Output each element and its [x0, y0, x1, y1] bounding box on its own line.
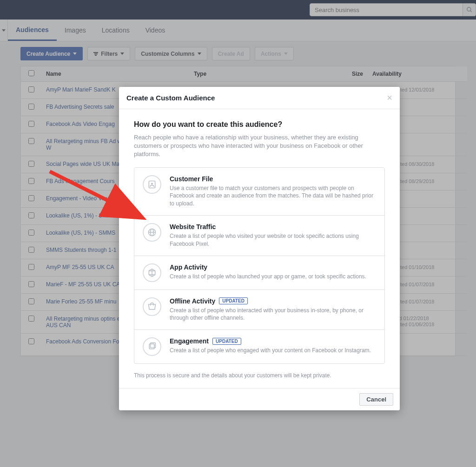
modal-subdesc: Reach people who have a relationship wit…: [134, 133, 385, 159]
website-traffic-icon: [143, 223, 161, 242]
option-desc: Create a list of people who engaged with…: [170, 347, 371, 355]
option-text: Offline ActivityUPDATEDCreate a list of …: [170, 297, 376, 322]
option-desc: Create a list of people who interacted w…: [170, 307, 376, 322]
option-title: Customer File: [170, 175, 213, 183]
modal-title: Create a Custom Audience: [126, 94, 215, 102]
option-engagement[interactable]: EngagementUPDATEDCreate a list of people…: [134, 330, 384, 363]
option-title: App Activity: [170, 263, 207, 271]
modal-headline: How do you want to create this audience?: [134, 120, 385, 129]
svg-rect-7: [149, 344, 154, 349]
secure-note: This process is secure and the details a…: [134, 372, 385, 379]
offline-activity-icon: [143, 297, 161, 316]
close-icon[interactable]: ×: [387, 92, 392, 103]
option-title: Website Traffic: [170, 223, 216, 230]
option-offline-activity[interactable]: Offline ActivityUPDATEDCreate a list of …: [134, 290, 384, 330]
option-text: EngagementUPDATEDCreate a list of people…: [170, 337, 371, 356]
app-activity-icon: [143, 263, 161, 282]
updated-badge: UPDATED: [212, 338, 241, 345]
option-text: Website TrafficCreate a list of people w…: [170, 223, 376, 248]
svg-rect-8: [151, 343, 156, 348]
option-title: Offline Activity: [170, 297, 215, 305]
option-desc: Create a list of people who launched you…: [170, 273, 366, 281]
option-customer-file[interactable]: Customer FileUse a customer file to matc…: [134, 168, 384, 216]
modal-body: How do you want to create this audience?…: [119, 109, 400, 388]
engagement-icon: [143, 337, 161, 356]
option-text: App ActivityCreate a list of people who …: [170, 263, 366, 282]
option-text: Customer FileUse a customer file to matc…: [170, 175, 376, 208]
cancel-button[interactable]: Cancel: [359, 393, 393, 406]
modal-header: Create a Custom Audience ×: [119, 87, 400, 109]
option-desc: Create a list of people who visited your…: [170, 232, 376, 248]
option-title: Engagement: [170, 337, 209, 345]
updated-badge: UPDATED: [219, 297, 248, 304]
option-desc: Use a customer file to match your custom…: [170, 184, 376, 208]
modal-footer: Cancel: [119, 388, 400, 410]
audience-options-list: Customer FileUse a customer file to matc…: [134, 167, 385, 364]
svg-point-3: [151, 183, 153, 184]
customer-file-icon: [143, 175, 161, 194]
option-website-traffic[interactable]: Website TrafficCreate a list of people w…: [134, 216, 384, 256]
option-app-activity[interactable]: App ActivityCreate a list of people who …: [134, 256, 384, 290]
create-custom-audience-modal: Create a Custom Audience × How do you wa…: [119, 87, 400, 410]
